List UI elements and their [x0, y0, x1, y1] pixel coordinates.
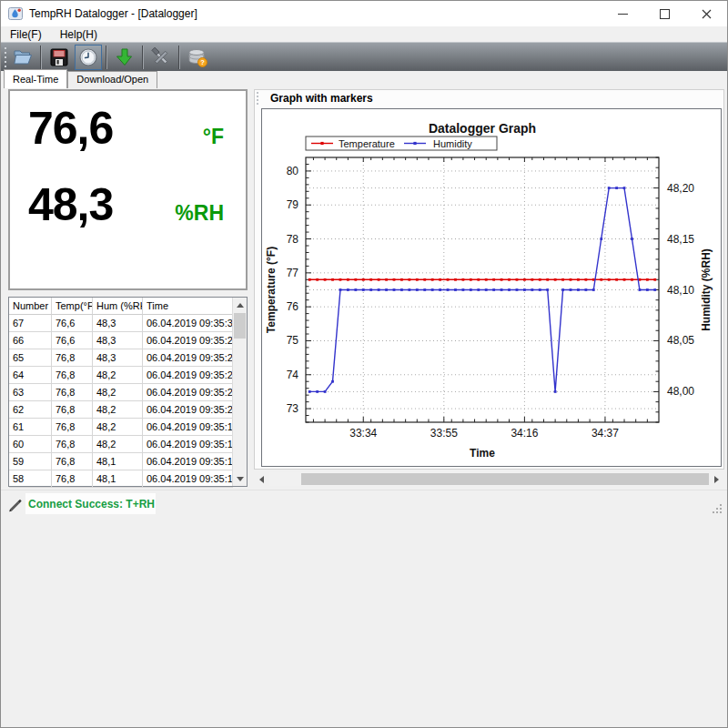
table-row[interactable]: 6476,848,206.04.2019 09:35:25 — [9, 367, 247, 384]
scroll-left-button[interactable] — [254, 472, 269, 486]
table-cell: 06.04.2019 09:35:18 — [143, 419, 233, 436]
table-row[interactable]: 5876,848,106.04.2019 09:35:12 — [9, 470, 247, 488]
svg-text:Temperature (°F): Temperature (°F) — [265, 247, 278, 333]
table-row[interactable]: 6076,848,206.04.2019 09:35:16 — [9, 436, 247, 453]
chart-svg: Datalogger Graph737475767778798048,0048,… — [262, 109, 721, 466]
table-cell: 76,8 — [52, 384, 93, 401]
table-row[interactable]: 6176,848,206.04.2019 09:35:18 — [9, 419, 247, 436]
save-icon — [48, 46, 70, 68]
log-table: Number Temp(°F) Hum (%RH) Time 6776,648,… — [8, 297, 248, 487]
settings-button[interactable] — [147, 45, 175, 70]
menu-help[interactable]: Help(H) — [51, 28, 106, 41]
tab-download-open[interactable]: Download/Open — [67, 71, 157, 88]
app-window: TempRH Datalogger - [Datalogger] File(F)… — [0, 0, 728, 728]
table-body: 6776,648,306.04.2019 09:35:316676,648,30… — [9, 315, 247, 488]
table-cell: 48,1 — [93, 470, 143, 488]
table-cell: 62 — [9, 401, 52, 419]
table-cell: 48,2 — [93, 384, 143, 401]
table-cell: 67 — [9, 315, 52, 332]
minimize-button[interactable] — [602, 1, 643, 26]
app-icon — [8, 6, 23, 21]
svg-text:48,05: 48,05 — [667, 334, 694, 347]
svg-text:33:55: 33:55 — [430, 427, 458, 440]
svg-text:79: 79 — [287, 198, 299, 211]
svg-text:Humidity: Humidity — [433, 138, 472, 149]
hscrollbar-thumb[interactable] — [301, 473, 709, 485]
table-cell: 48,2 — [93, 401, 143, 419]
toolbar-grip[interactable] — [3, 46, 8, 69]
svg-text:74: 74 — [287, 369, 299, 381]
download-button[interactable] — [111, 45, 138, 70]
table-cell: 76,8 — [52, 453, 93, 470]
table-row[interactable]: 6376,848,206.04.2019 09:35:23 — [9, 384, 247, 401]
menu-bar: File(F) Help(H) — [1, 26, 727, 42]
table-cell: 76,8 — [52, 401, 93, 419]
svg-text:Time: Time — [470, 447, 495, 460]
series-temperature — [308, 278, 656, 281]
table-vertical-scrollbar[interactable] — [232, 298, 247, 486]
open-file-button[interactable] — [9, 45, 36, 70]
svg-text:80: 80 — [287, 165, 299, 177]
table-cell: 76,8 — [52, 436, 93, 453]
save-button[interactable] — [46, 45, 73, 70]
svg-text:Humidity (%RH): Humidity (%RH) — [700, 248, 713, 331]
column-header-temp[interactable]: Temp(°F) — [52, 298, 93, 315]
realtime-clock-button[interactable] — [75, 45, 102, 70]
resize-grip-icon[interactable] — [712, 503, 723, 514]
arrow-right-icon — [714, 476, 719, 483]
close-icon — [702, 9, 712, 19]
table-row[interactable]: 5976,848,106.04.2019 09:35:14 — [9, 453, 247, 470]
svg-text:77: 77 — [287, 267, 299, 279]
table-row[interactable]: 6276,848,206.04.2019 09:35:21 — [9, 401, 247, 419]
table-row[interactable]: 6576,848,306.04.2019 09:35:27 — [9, 349, 247, 367]
maximize-button[interactable] — [643, 1, 685, 26]
table-row[interactable]: 6776,648,306.04.2019 09:35:31 — [9, 315, 247, 332]
menu-file[interactable]: File(F) — [1, 28, 51, 41]
table-cell: 66 — [9, 332, 52, 349]
arrow-left-icon — [259, 476, 264, 483]
graph-panel: Graph with markers Datalogger Graph73747… — [254, 89, 724, 470]
table-cell: 48,2 — [93, 419, 143, 436]
svg-text:48,00: 48,00 — [667, 385, 694, 398]
svg-text:48,20: 48,20 — [667, 182, 694, 195]
title-bar: TempRH Datalogger - [Datalogger] — [1, 1, 727, 26]
svg-text:76: 76 — [287, 300, 299, 313]
graph-horizontal-scrollbar[interactable] — [254, 472, 724, 486]
table-cell: 76,8 — [52, 349, 93, 367]
scrollbar-thumb[interactable] — [234, 313, 246, 339]
status-bar: Connect Success: T+RH — [1, 490, 727, 517]
table-cell: 76,6 — [52, 315, 93, 332]
svg-text:73: 73 — [287, 402, 299, 415]
table-cell: 48,3 — [93, 315, 143, 332]
table-cell: 06.04.2019 09:35:23 — [143, 384, 233, 401]
device-info-button[interactable]: ? — [184, 45, 211, 70]
scroll-right-button[interactable] — [709, 472, 724, 486]
table-cell: 76,8 — [52, 367, 93, 384]
download-arrow-icon — [114, 46, 136, 68]
table-cell: 76,8 — [52, 470, 93, 488]
column-header-time[interactable]: Time — [143, 298, 233, 315]
table-row[interactable]: 6676,648,306.04.2019 09:35:29 — [9, 332, 247, 349]
svg-text:78: 78 — [287, 233, 299, 246]
table-cell: 59 — [9, 453, 52, 470]
table-cell: 76,6 — [52, 332, 93, 349]
chart-box: Datalogger Graph737475767778798048,0048,… — [261, 108, 722, 467]
column-header-hum[interactable]: Hum (%RH) — [93, 298, 143, 315]
table-header: Number Temp(°F) Hum (%RH) Time — [9, 298, 247, 315]
column-header-number[interactable]: Number — [9, 298, 52, 315]
scroll-up-button[interactable] — [233, 298, 247, 312]
tab-strip: Real-Time Download/Open — [4, 72, 157, 88]
minimize-icon — [618, 14, 628, 15]
tab-real-time[interactable]: Real-Time — [4, 69, 67, 88]
table-cell: 48,2 — [93, 367, 143, 384]
status-message-chip: Connect Success: T+RH — [25, 493, 156, 514]
database-help-icon: ? — [187, 46, 208, 68]
table-cell: 61 — [9, 419, 52, 436]
scroll-down-button[interactable] — [233, 471, 247, 486]
svg-text:Temperature: Temperature — [339, 138, 395, 149]
panel-grip[interactable] — [257, 92, 260, 105]
table-cell: 48,1 — [93, 453, 143, 470]
series-humidity — [308, 187, 656, 393]
close-button[interactable] — [685, 1, 727, 26]
probe-pen-icon — [7, 496, 24, 512]
